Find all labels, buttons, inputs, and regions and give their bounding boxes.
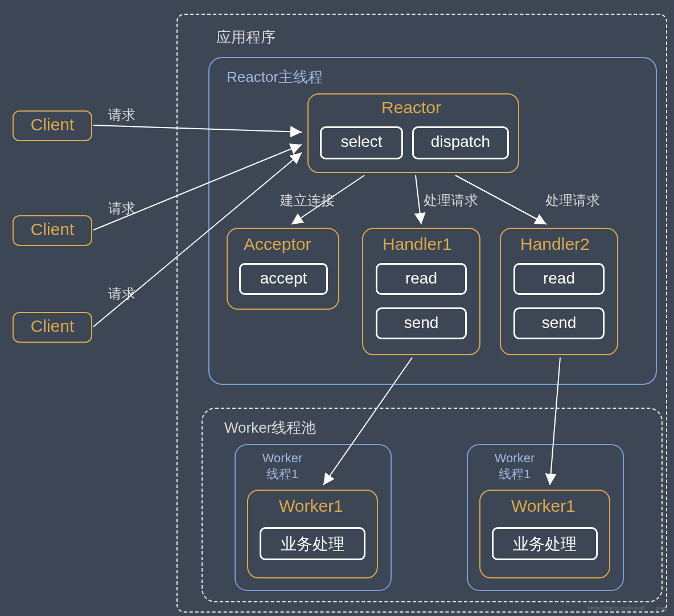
acceptor-accept: accept (239, 263, 328, 295)
worker1-biz: 业务处理 (260, 527, 365, 560)
edge-client3: 请求 (108, 285, 135, 303)
handler2-send: send (513, 307, 605, 339)
client1-box: Client (13, 110, 92, 141)
handler1-read-label: read (405, 269, 437, 287)
reactor-select: select (320, 126, 403, 159)
client2-box: Client (13, 215, 92, 246)
acceptor-title: Acceptor (244, 235, 311, 254)
application-title: 应用程序 (216, 27, 276, 47)
edge-process1: 处理请求 (424, 191, 478, 210)
client2-label: Client (31, 220, 75, 239)
edge-client1: 请求 (108, 106, 135, 124)
worker-thread2-label: Worker 线程1 (486, 451, 543, 483)
handler2-send-label: send (542, 314, 577, 331)
client3-box: Client (13, 312, 92, 343)
client1-label: Client (31, 115, 75, 134)
reactor-select-label: select (340, 133, 382, 150)
worker-pool-title: Worker线程池 (224, 418, 316, 438)
reactor-thread-title: Reactor主线程 (227, 67, 323, 87)
client3-label: Client (31, 317, 75, 335)
worker2-biz: 业务处理 (492, 527, 598, 560)
handler2-read-label: read (543, 269, 575, 287)
handler1-send: send (376, 307, 467, 339)
worker1-biz-label: 业务处理 (281, 535, 344, 553)
handler2-title: Handler2 (520, 235, 590, 254)
worker2-biz-label: 业务处理 (513, 535, 577, 553)
edge-establish: 建立连接 (280, 191, 335, 210)
reactor-dispatch: dispatch (412, 126, 509, 159)
handler1-read: read (376, 263, 467, 295)
worker-thread1-label: Worker 线程1 (254, 451, 311, 483)
reactor-title: Reactor (381, 98, 441, 117)
worker1-name: Worker1 (279, 496, 343, 516)
reactor-dispatch-label: dispatch (431, 133, 490, 150)
handler2-read: read (513, 263, 605, 295)
watermark: https://blog.csdn.net/... _play (587, 605, 667, 611)
acceptor-accept-label: accept (260, 269, 307, 287)
edge-client2: 请求 (108, 199, 135, 217)
edge-process2: 处理请求 (545, 191, 600, 210)
handler1-title: Handler1 (383, 235, 452, 254)
handler1-send-label: send (404, 314, 439, 331)
worker2-name: Worker1 (511, 496, 576, 516)
